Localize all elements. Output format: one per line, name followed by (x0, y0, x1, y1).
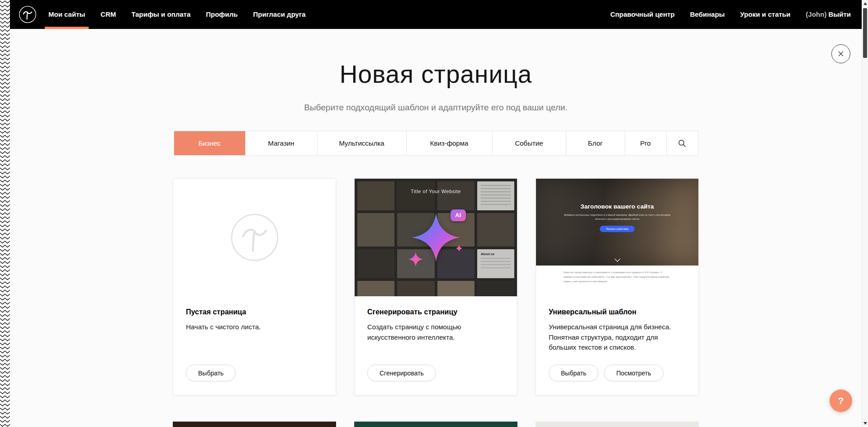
card-title: Пустая страница (186, 308, 323, 316)
scroll-up-icon (863, 2, 867, 5)
logout-label: Выйти (829, 10, 851, 18)
template-thumbnail[interactable] (354, 422, 517, 427)
page-subtitle: Выберите подходящий шаблон и адаптируйте… (10, 102, 862, 113)
tab-business[interactable]: Бизнес (174, 131, 246, 155)
tilda-watermark-icon (229, 212, 280, 263)
template-cards: Пустая страница Начать с чистого листа. … (173, 178, 699, 395)
card-title: Универсальный шаблон (549, 308, 686, 316)
tab-shop[interactable]: Магазин (246, 131, 318, 155)
scrollbar (862, 0, 868, 427)
nav-item-crm[interactable]: CRM (100, 0, 116, 29)
tab-pro[interactable]: Pro (625, 131, 667, 155)
tab-event[interactable]: Событие (493, 131, 566, 155)
card-generate-ai[interactable]: About us Title of Your Website (354, 178, 517, 395)
tilda-logo[interactable] (19, 5, 37, 24)
next-template-row (173, 422, 699, 427)
dialog-content: Новая страница Выберите подходящий шабло… (10, 29, 862, 427)
card-actions: Сгенерировать (367, 365, 504, 381)
help-button[interactable]: ? (830, 389, 852, 412)
card-universal-template[interactable]: Заголовок вашего сайта Добавьте интересн… (536, 178, 699, 395)
nav-item-help-center[interactable]: Справочный центр (610, 0, 674, 29)
nav-item-lessons[interactable]: Уроки и статьи (740, 0, 790, 29)
page-title: Новая страница (10, 62, 862, 87)
scroll-down-icon (863, 422, 867, 425)
category-tabs: Бизнес Магазин Мультиссылка Квиз-форма С… (174, 131, 698, 156)
view-template-button[interactable]: Посмотреть (604, 365, 663, 381)
preview-site-title: Title of Your Website (355, 189, 517, 194)
template-thumbnail[interactable] (173, 422, 336, 427)
card-actions: Выбрать Посмотреть (549, 365, 686, 381)
close-icon (837, 50, 844, 57)
generate-button[interactable]: Сгенерировать (367, 365, 436, 381)
search-icon (678, 139, 687, 148)
nav-item-my-sites[interactable]: Мои сайты (48, 0, 85, 29)
new-page-screen: Мои сайты CRM Тарифы и оплата Профиль Пр… (0, 0, 868, 427)
card-description: Начать с чистого листа. (186, 322, 323, 332)
template-text-section: Коротко представьтесь и расскажите о ком… (536, 270, 698, 296)
card-body: Универсальный шаблон Универсальная стран… (536, 296, 698, 395)
template-hero-section: Заголовок вашего сайта Добавьте интересн… (536, 179, 698, 266)
nav-item-invite-friend[interactable]: Пригласи друга (253, 0, 305, 29)
universal-template-preview: Заголовок вашего сайта Добавьте интересн… (536, 179, 698, 296)
scroll-up-arrow[interactable] (862, 0, 868, 7)
nav-item-logout[interactable]: (John) Выйти (806, 0, 851, 29)
profile-name: (John) (806, 10, 827, 18)
template-thumbnail[interactable] (536, 422, 699, 427)
tilda-logo-icon (19, 5, 37, 24)
template-paragraph: Коротко представьтесь и расскажите о ком… (564, 270, 671, 284)
main-nav: Мои сайты CRM Тарифы и оплата Профиль Пр… (48, 0, 306, 29)
tab-quiz-form[interactable]: Квиз-форма (407, 131, 493, 155)
template-hero-subtext: Добавьте интересные подробности о вашей … (559, 213, 675, 221)
scrollbar-thumb[interactable] (863, 8, 867, 58)
blank-page-preview (173, 179, 336, 296)
secondary-nav: Справочный центр Вебинары Уроки и статьи… (610, 0, 851, 29)
card-title: Сгенерировать страницу (367, 308, 504, 316)
tiny-sparkle-icon (455, 245, 463, 252)
choose-template-button[interactable]: Выбрать (549, 365, 598, 381)
left-decor-strip (0, 0, 10, 427)
top-navbar: Мои сайты CRM Тарифы и оплата Профиль Пр… (0, 0, 862, 29)
nav-item-tariffs[interactable]: Тарифы и оплата (131, 0, 190, 29)
template-hero-heading: Заголовок вашего сайта (536, 179, 698, 210)
card-blank-page[interactable]: Пустая страница Начать с чистого листа. … (173, 178, 336, 395)
nav-item-webinars[interactable]: Вебинары (690, 0, 725, 29)
card-body: Сгенерировать страницу Создать страницу … (355, 296, 517, 395)
tab-blog[interactable]: Блог (566, 131, 625, 155)
scroll-down-arrow[interactable] (862, 420, 868, 427)
choose-blank-button[interactable]: Выбрать (186, 365, 236, 381)
zigzag-pattern-icon (0, 0, 10, 427)
ai-preview: About us Title of Your Website (355, 179, 517, 296)
close-button[interactable] (831, 44, 850, 63)
card-body: Пустая страница Начать с чистого листа. … (173, 296, 336, 395)
ai-badge: AI (451, 209, 466, 221)
small-sparkle-icon (408, 251, 423, 267)
card-actions: Выбрать (186, 365, 323, 381)
template-cta-button: Призыв к действию (600, 226, 635, 232)
tab-search[interactable] (667, 131, 698, 155)
tab-multilink[interactable]: Мультиссылка (318, 131, 407, 155)
card-description: Универсальная страница для бизнеса. Поня… (549, 322, 686, 353)
chevron-down-icon (614, 258, 621, 262)
card-description: Создать страницу с помощью искусственног… (367, 322, 504, 342)
nav-item-profile[interactable]: Профиль (206, 0, 237, 29)
